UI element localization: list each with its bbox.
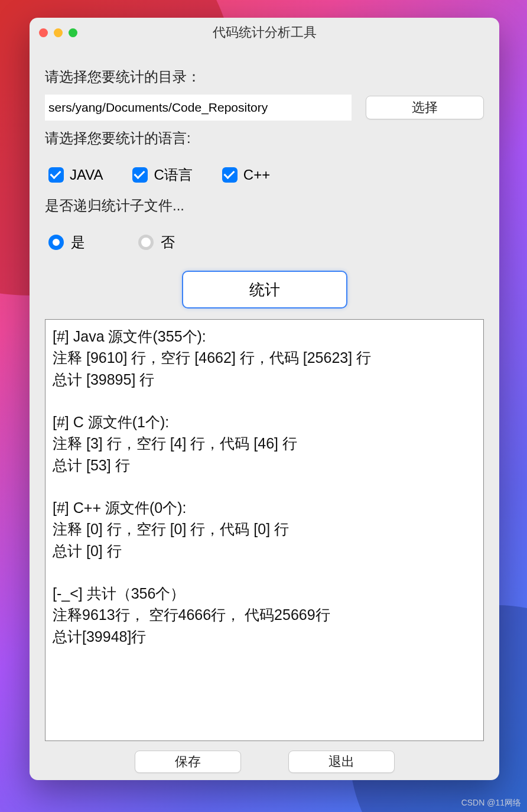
watermark: CSDN @11网络: [461, 798, 521, 808]
checkbox-cpp-label: C++: [243, 167, 270, 183]
radio-yes[interactable]: 是: [48, 233, 85, 252]
checkbox-c[interactable]: C语言: [132, 165, 192, 184]
radio-yes-label: 是: [71, 233, 85, 252]
content-area: 请选择您要统计的目录： 选择 请选择您要统计的语言: JAVA C语言 C++ …: [30, 47, 499, 780]
analyze-button[interactable]: 统计: [182, 271, 347, 308]
output-textarea[interactable]: [#] Java 源文件(355个): 注释 [9610] 行，空行 [4662…: [45, 319, 484, 741]
radio-unselected-icon: [138, 235, 154, 250]
checkbox-java[interactable]: JAVA: [48, 165, 103, 184]
check-icon: [222, 167, 238, 183]
radio-selected-icon: [48, 235, 64, 250]
radio-no[interactable]: 否: [138, 233, 175, 252]
checkbox-cpp[interactable]: C++: [222, 165, 270, 184]
language-label: 请选择您要统计的语言:: [45, 129, 484, 148]
directory-label: 请选择您要统计的目录：: [45, 67, 484, 86]
titlebar: 代码统计分析工具: [30, 18, 499, 47]
app-window: 代码统计分析工具 请选择您要统计的目录： 选择 请选择您要统计的语言: JAVA…: [30, 18, 499, 780]
choose-button[interactable]: 选择: [366, 96, 484, 119]
checkbox-java-label: JAVA: [70, 167, 103, 183]
radio-no-label: 否: [161, 233, 175, 252]
directory-input[interactable]: [45, 95, 352, 121]
exit-button[interactable]: 退出: [288, 751, 395, 773]
window-title: 代码统计分析工具: [30, 24, 499, 41]
checkbox-c-label: C语言: [154, 165, 192, 184]
check-icon: [132, 167, 148, 183]
recurse-label: 是否递归统计子文件...: [45, 196, 484, 215]
save-button[interactable]: 保存: [135, 751, 241, 773]
check-icon: [48, 167, 64, 183]
